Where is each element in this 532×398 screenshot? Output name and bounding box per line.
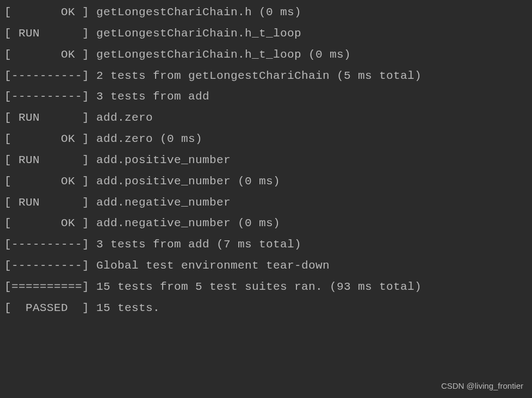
test-ok-line: [ OK ] add.positive_number (0 ms): [4, 171, 528, 192]
test-run-line: [ RUN ] add.zero: [4, 108, 528, 129]
test-run-line: [ RUN ] getLongestChariChain.h_t_loop: [4, 23, 528, 45]
passed-line: [ PASSED ] 15 tests.: [4, 298, 528, 319]
test-ok-line: [ OK ] add.negative_number (0 ms): [4, 213, 528, 234]
test-summary-line: [----------] 2 tests from getLongestChar…: [4, 66, 528, 87]
test-ok-line: [ OK ] getLongestChariChain.h_t_loop (0 …: [4, 45, 528, 66]
teardown-line: [----------] Global test environment tea…: [4, 256, 528, 277]
test-suite-header: [----------] 3 tests from add: [4, 86, 528, 108]
test-ok-line: [ OK ] add.zero (0 ms): [4, 129, 528, 150]
test-run-line: [ RUN ] add.negative_number: [4, 192, 528, 214]
terminal-output: [ OK ] getLongestChariChain.h (0 ms) [ R…: [4, 2, 528, 319]
test-summary-line: [----------] 3 tests from add (7 ms tota…: [4, 234, 528, 256]
test-run-line: [ RUN ] add.positive_number: [4, 150, 528, 171]
watermark-text: CSDN @living_frontier: [441, 378, 523, 394]
test-ok-line: [ OK ] getLongestChariChain.h (0 ms): [4, 2, 528, 23]
total-summary-line: [==========] 15 tests from 5 test suites…: [4, 277, 528, 298]
